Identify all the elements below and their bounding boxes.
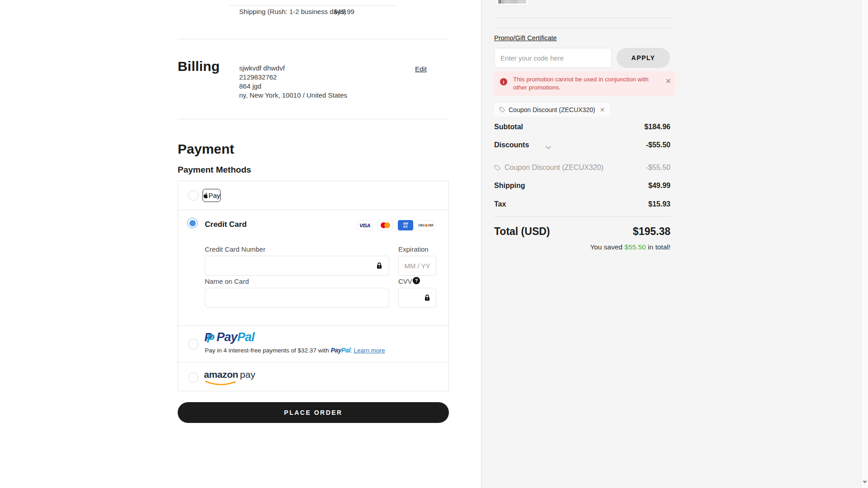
- tag-icon: [494, 164, 501, 171]
- billing-section-title: Billing: [178, 59, 220, 74]
- apple-icon: [203, 192, 208, 199]
- order-shipping-label: Shipping (Rush: 1-2 business days): [239, 8, 346, 15]
- expiration-input[interactable]: [398, 256, 436, 276]
- promo-code-input[interactable]: [494, 48, 612, 68]
- applied-coupon-chip: Coupon Discount (ZECUX320) ✕: [494, 103, 610, 117]
- mastercard-icon: [377, 220, 393, 230]
- payment-section-title: Payment: [178, 141, 234, 157]
- cvv-input[interactable]: [398, 288, 436, 308]
- creditcard-method-row: Credit Card VISA AMEX DISCVER Credit Car…: [178, 210, 448, 325]
- sidebar-divider: [494, 18, 671, 18]
- sidebar-divider: [494, 28, 671, 28]
- amazonpay-method-row[interactable]: amazonpay: [178, 362, 448, 391]
- billing-name: sjwkvdf dhwdvf: [239, 64, 347, 73]
- coupon-remove-icon[interactable]: ✕: [599, 106, 605, 113]
- order-shipping-value: $49.99: [334, 8, 354, 15]
- coupon-discount-row-value: -$55.50: [646, 164, 670, 172]
- checkout-page: Shipping (Rush: 1-2 business days) $49.9…: [0, 0, 868, 488]
- billing-edit-link[interactable]: Edit: [415, 65, 427, 73]
- paypal-radio[interactable]: [188, 339, 198, 349]
- cart-item-thumbnail: [495, 0, 530, 6]
- tag-icon: [499, 107, 505, 113]
- applepay-button-label: Pay: [208, 192, 220, 199]
- card-number-label: Credit Card Number: [205, 245, 265, 253]
- billing-phone: 2129832762: [239, 73, 347, 82]
- payment-methods-box: Pay Credit Card VISA AMEX DISCVER Credit…: [178, 181, 449, 391]
- amazon-smile-icon: [205, 380, 237, 388]
- billing-address-block: sjwkvdf dhwdvf 2129832762 864 jgd ny, Ne…: [239, 64, 347, 100]
- billing-street: 864 jgd: [239, 82, 347, 91]
- discounts-value: -$55.50: [646, 141, 670, 149]
- applepay-method-row[interactable]: Pay: [178, 181, 448, 210]
- expiration-label: Expiration: [398, 245, 429, 253]
- total-divider: [494, 216, 671, 217]
- amazonpay-logo: amazonpay: [204, 369, 255, 380]
- tax-value: $15.93: [648, 200, 670, 208]
- discounts-label: Discounts: [494, 141, 529, 149]
- name-on-card-label: Name on Card: [205, 277, 249, 285]
- order-review-divider: [230, 5, 396, 6]
- total-label: Total (USD): [494, 225, 550, 238]
- billing-top-divider: [178, 39, 449, 39]
- subtotal-value: $184.96: [644, 123, 670, 131]
- lock-icon: [424, 294, 430, 301]
- billing-city-line: ny, New York, 10010 / United States: [239, 91, 347, 100]
- paypal-monogram-icon: P P: [204, 330, 215, 344]
- paypal-learn-more-link[interactable]: Learn more: [354, 347, 385, 354]
- discounts-chevron-down-icon[interactable]: [545, 143, 552, 151]
- place-order-button[interactable]: PLACE ORDER: [178, 402, 449, 423]
- savings-message: You saved $55.50 in total!: [590, 243, 670, 251]
- paypal-method-row[interactable]: P P PayPal Pay in 4 interest-free paymen…: [178, 326, 448, 362]
- creditcard-radio[interactable]: [187, 218, 198, 228]
- subtotal-label: Subtotal: [494, 123, 523, 131]
- name-on-card-input[interactable]: [205, 288, 389, 308]
- tax-label: Tax: [494, 200, 506, 208]
- amex-icon: AMEX: [398, 220, 413, 230]
- shipping-value: $49.99: [648, 182, 670, 190]
- billing-bottom-divider: [178, 119, 449, 119]
- creditcard-label: Credit Card: [205, 220, 247, 229]
- payment-methods-title: Payment Methods: [178, 165, 251, 175]
- card-brand-icons: VISA AMEX DISCVER: [357, 220, 434, 230]
- coupon-chip-label: Coupon Discount (ZECUX320): [509, 106, 595, 113]
- cvv-label: CVV: [398, 277, 412, 285]
- amazonpay-radio[interactable]: [188, 372, 198, 383]
- card-number-input[interactable]: [205, 256, 389, 276]
- order-summary-sidebar: Promo/Gift Certificate APPLY i This prom…: [481, 0, 861, 488]
- discover-icon: DISCVER: [418, 220, 434, 230]
- svg-text:P: P: [207, 332, 215, 344]
- apply-promo-button[interactable]: APPLY: [617, 48, 670, 68]
- page-scrollbar[interactable]: [861, 0, 868, 488]
- coupon-discount-row-label: Coupon Discount (ZECUX320): [494, 164, 604, 172]
- applepay-button[interactable]: Pay: [203, 189, 221, 202]
- error-close-icon[interactable]: ✕: [665, 78, 671, 85]
- paypal-tagline: Pay in 4 interest-free payments of $32.3…: [205, 347, 385, 354]
- applepay-radio[interactable]: [188, 190, 198, 201]
- scrollbar-down-arrow-icon[interactable]: [863, 481, 867, 483]
- total-value: $195.38: [633, 225, 670, 238]
- promo-error-alert: i This promotion cannot be used in conju…: [494, 71, 675, 96]
- error-info-icon: i: [500, 78, 507, 85]
- promo-error-text: This promotion cannot be used in conjunc…: [513, 75, 660, 92]
- cvv-help-icon[interactable]: ?: [413, 277, 420, 284]
- shipping-label: Shipping: [494, 182, 525, 190]
- savings-amount: $55.50: [624, 243, 646, 251]
- visa-icon: VISA: [357, 220, 373, 230]
- paypal-logo: P P PayPal: [204, 330, 255, 344]
- lock-icon: [376, 262, 382, 269]
- promo-gift-certificate-link[interactable]: Promo/Gift Certificate: [494, 34, 557, 42]
